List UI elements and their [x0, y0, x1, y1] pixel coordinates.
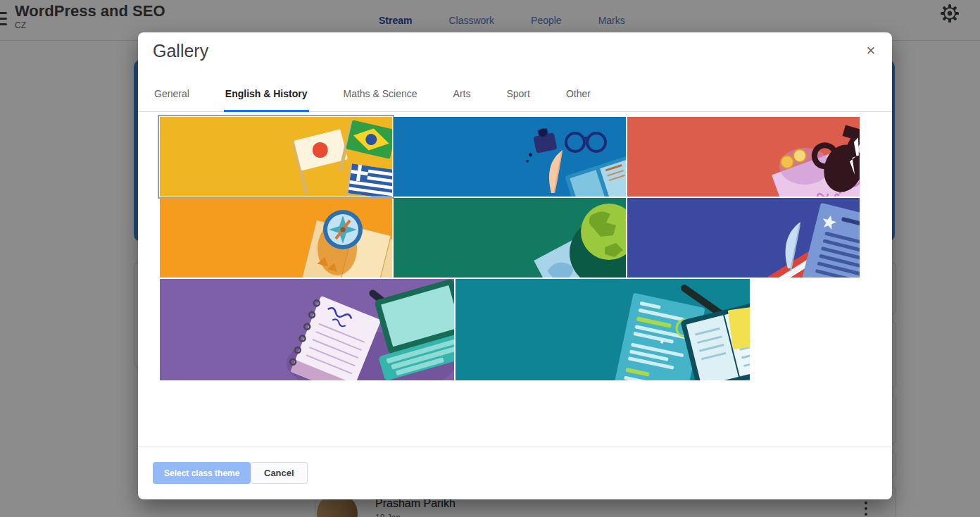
- gallery-tab-english-history[interactable]: English & History: [224, 77, 309, 112]
- theme-tile-flags[interactable]: [160, 117, 392, 197]
- gallery-tab-general[interactable]: General: [153, 77, 191, 112]
- theme-tile-globe[interactable]: [394, 198, 626, 278]
- theme-tile-us-history[interactable]: [627, 198, 860, 278]
- theme-tile-laptop-notes[interactable]: [160, 279, 454, 380]
- map-compass-illustration: [160, 198, 392, 278]
- gallery-tab-other[interactable]: Other: [565, 77, 592, 112]
- modal-title: Gallery: [153, 41, 208, 61]
- laptop-notebook-illustration: [160, 279, 454, 380]
- gallery-modal: Gallery × General English & History Math…: [138, 32, 892, 499]
- theme-tile-proofreading[interactable]: [456, 279, 750, 380]
- theme-grid-row3: [160, 279, 750, 380]
- theme-tile-map-compass[interactable]: [160, 198, 392, 278]
- marked-document-illustration: [456, 279, 750, 380]
- globe-illustration: [394, 198, 626, 278]
- gallery-tabs: General English & History Maths & Scienc…: [138, 77, 892, 112]
- select-class-theme-button[interactable]: Select class theme: [153, 462, 251, 484]
- theme-tile-writing-quill[interactable]: [394, 117, 626, 197]
- theme-grid: [160, 117, 860, 278]
- gallery-tab-arts[interactable]: Arts: [452, 77, 472, 112]
- footer-divider: [138, 447, 892, 447]
- theme-tile-ancient-history[interactable]: [627, 117, 860, 197]
- gallery-tab-sport[interactable]: Sport: [505, 77, 531, 112]
- quill-book-illustration: [394, 117, 626, 197]
- gallery-tab-maths-science[interactable]: Maths & Science: [342, 77, 419, 112]
- close-icon[interactable]: ×: [861, 41, 881, 61]
- declaration-illustration: [627, 198, 860, 278]
- cancel-button[interactable]: Cancel: [251, 462, 308, 484]
- amphora-illustration: [627, 117, 860, 197]
- flags-illustration: [160, 117, 392, 197]
- screen: WordPress and SEO CZ Stream Classwork Pe…: [0, 0, 980, 517]
